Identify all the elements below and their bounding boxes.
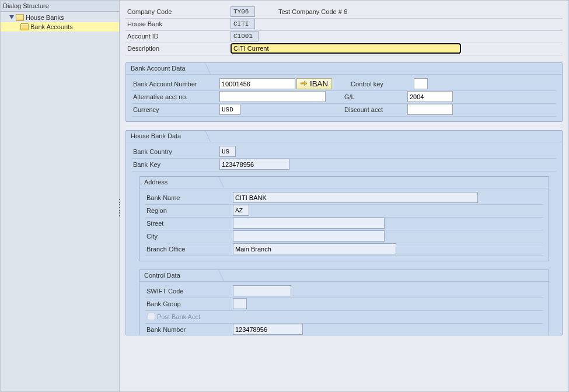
bank-key-label: Bank Key (132, 161, 219, 168)
bank-account-data-group: Bank Account Data Bank Account Number IB… (125, 62, 563, 122)
branch-office-label: Branch Office (145, 246, 233, 253)
company-code-value: TY06 (231, 6, 255, 17)
city-label: City (145, 233, 233, 240)
tree-item-house-banks[interactable]: House Banks (1, 13, 119, 22)
post-bank-acct-checkbox-input (148, 313, 155, 320)
street-row: Street (145, 218, 543, 230)
currency-label: Currency (132, 106, 219, 113)
swift-code-row: SWIFT Code (145, 285, 543, 298)
alt-acct-label: Alternative acct no. (132, 93, 219, 100)
bank-number-input (233, 324, 303, 335)
branch-office-row: Branch Office (145, 243, 543, 256)
bank-account-data-title: Bank Account Data (126, 63, 191, 74)
header-block: Company Code TY06 Test Company Code # 6 … (125, 6, 563, 55)
account-id-value: C1001 (231, 31, 259, 41)
currency-row: Currency Discount acct (132, 104, 556, 117)
city-input (233, 230, 385, 242)
dialog-structure-header: Dialog Structure (1, 1, 119, 12)
bank-group-label: Bank Group (145, 300, 233, 307)
bank-country-label: Bank Country (132, 148, 219, 155)
description-input[interactable] (231, 43, 461, 54)
bank-account-number-input[interactable] (219, 78, 295, 89)
bank-country-input (219, 146, 236, 157)
alt-acct-row: Alternative acct no. G/L (132, 91, 556, 104)
bank-account-number-label: Bank Account Number (132, 80, 219, 88)
swift-code-label: SWIFT Code (145, 288, 233, 295)
description-label: Description (125, 45, 231, 52)
company-code-row: Company Code TY06 Test Company Code # 6 (125, 6, 563, 19)
control-data-title: Control Data (139, 270, 186, 281)
control-key-input[interactable] (414, 78, 428, 89)
bank-name-row: Bank Name (145, 192, 543, 205)
tree-toggle-icon[interactable] (9, 15, 15, 20)
bank-group-input (233, 298, 247, 309)
region-row: Region (145, 205, 543, 218)
tree-item-label: House Banks (26, 14, 64, 21)
post-bank-acct-row: Post Bank Acct (145, 311, 543, 324)
house-bank-label: House Bank (125, 20, 231, 27)
company-code-label: Company Code (125, 8, 231, 15)
control-data-group: Control Data SWIFT Code Bank Group (139, 270, 549, 335)
region-label: Region (145, 207, 233, 214)
account-id-row: Account ID C1001 (125, 31, 563, 43)
house-bank-row: House Bank CITI (125, 19, 563, 31)
bank-number-label: Bank Number (145, 326, 233, 333)
tree-item-bank-accounts[interactable]: Bank Accounts (1, 22, 119, 32)
alt-acct-input[interactable] (219, 91, 326, 102)
control-key-label: Control key (350, 80, 414, 88)
bank-name-input (233, 192, 478, 203)
bank-key-row: Bank Key (132, 159, 556, 172)
discount-acct-label: Discount acct (343, 106, 407, 113)
gl-label: G/L (343, 93, 407, 100)
bank-account-number-row: Bank Account Number IBAN Control key (132, 78, 556, 91)
dialog-structure-sidebar: Dialog Structure House Banks Bank Accoun… (1, 1, 120, 391)
post-bank-acct-checkbox: Post Bank Acct (145, 311, 200, 322)
gl-input[interactable] (407, 91, 453, 102)
splitter-handle[interactable] (117, 199, 121, 216)
address-title: Address (139, 177, 173, 188)
account-id-label: Account ID (125, 33, 231, 40)
bank-key-input (219, 159, 289, 170)
iban-button-label: IBAN (310, 79, 328, 88)
folder-icon (16, 14, 24, 21)
discount-acct-input[interactable] (407, 104, 453, 115)
description-row: Description (125, 43, 563, 55)
tree-item-label: Bank Accounts (30, 23, 73, 30)
branch-office-input (233, 243, 396, 254)
bank-name-label: Bank Name (145, 194, 233, 201)
swift-code-input (233, 285, 291, 296)
street-label: Street (145, 220, 233, 227)
iban-button[interactable]: IBAN (296, 78, 332, 89)
address-group: Address Bank Name Region Street (139, 176, 549, 261)
city-row: City (145, 230, 543, 243)
currency-input[interactable] (219, 104, 240, 115)
region-input (233, 205, 249, 216)
arrow-right-icon (301, 79, 308, 88)
house-bank-data-group: House Bank Data Bank Country Bank Key Ad… (125, 130, 563, 335)
tree: House Banks Bank Accounts (1, 12, 119, 33)
bank-group-row: Bank Group (145, 298, 543, 311)
house-bank-data-title: House Bank Data (126, 131, 187, 142)
company-code-text: Test Company Code # 6 (278, 8, 347, 15)
svg-marker-0 (9, 15, 14, 19)
folder-open-icon (20, 23, 29, 30)
street-input (233, 218, 385, 229)
main-content: Company Code TY06 Test Company Code # 6 … (120, 1, 568, 391)
house-bank-value: CITI (231, 19, 255, 29)
post-bank-acct-label: Post Bank Acct (157, 313, 200, 320)
bank-number-row: Bank Number (145, 324, 543, 335)
bank-country-row: Bank Country (132, 146, 556, 159)
